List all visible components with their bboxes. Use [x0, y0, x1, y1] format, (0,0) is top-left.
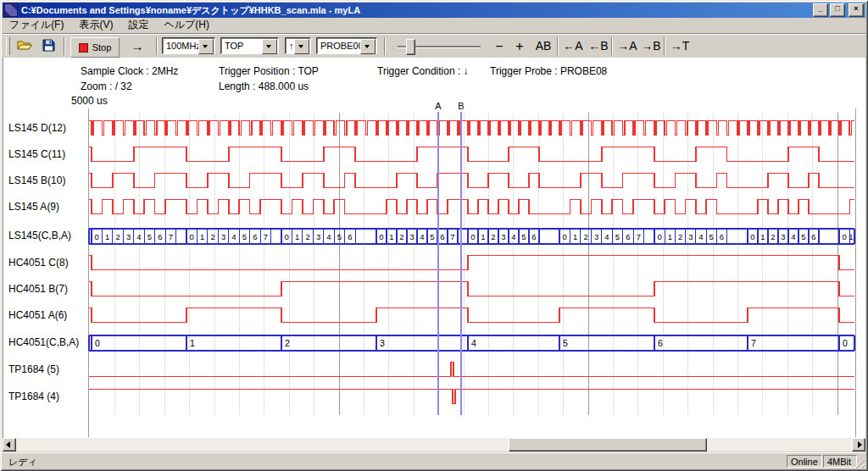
scroll-left-icon	[6, 441, 10, 448]
signal-label: LS145 D(12)	[8, 122, 66, 134]
menu-settings[interactable]: 設定	[121, 17, 157, 34]
toolbar-grip	[6, 37, 10, 55]
close-button[interactable]: ×	[849, 3, 864, 17]
signal-label: HC4051 A(6)	[8, 309, 67, 321]
dropdown-arrow-icon	[364, 45, 370, 51]
trigger-probe-info: Trigger Probe : PROBE08	[490, 65, 607, 77]
signal-label: LS145(C,B,A)	[8, 230, 71, 241]
dropdown-arrow-icon	[298, 45, 303, 51]
combo-dropdown-button[interactable]	[198, 39, 214, 54]
toolbar-separator	[156, 37, 158, 55]
sample-clock-info: Sample Clock : 2MHz	[81, 65, 178, 77]
application-window: C:¥Documents and Settings¥noname¥デスクトップ¥…	[0, 0, 868, 471]
save-file-button[interactable]	[38, 37, 58, 56]
goto-cursor-b-left-button[interactable]: ←B	[587, 39, 609, 53]
status-bar: レディ Online 4MBit	[3, 452, 865, 469]
toolbar-separator	[611, 37, 613, 55]
trigger-position-combo[interactable]: TOP	[220, 37, 279, 54]
zoom-info: Zoom : / 32	[81, 80, 132, 92]
sample-clock-combo[interactable]: 100MHz	[162, 37, 215, 54]
goto-cursor-a-right-button[interactable]: →A	[616, 39, 638, 53]
window-title: C:¥Documents and Settings¥noname¥デスクトップ¥…	[21, 4, 811, 17]
signal-label: LS145 C(11)	[8, 148, 65, 160]
scroll-left-button[interactable]	[3, 438, 16, 452]
minimize-button[interactable]: _	[813, 3, 828, 17]
zoom-ab-button[interactable]: AB	[531, 39, 555, 53]
status-memory-badge: 4MBit	[823, 455, 857, 468]
status-ready-text: レディ	[8, 456, 37, 468]
menu-help[interactable]: ヘルプ(H)	[157, 17, 218, 34]
maximize-button[interactable]: □	[830, 3, 845, 17]
scroll-right-icon	[858, 441, 862, 448]
app-icon	[4, 3, 18, 17]
menu-file[interactable]: ファイル(F)	[3, 17, 72, 34]
run-button[interactable]: →	[123, 37, 152, 56]
signal-label: LS145 B(10)	[8, 175, 65, 186]
toolbar: Stop → 100MHz TOP ↑ PROBE00 − + AB ←	[3, 33, 865, 58]
goto-cursor-b-right-button[interactable]: →B	[640, 39, 662, 53]
zoom-slider[interactable]	[391, 37, 486, 56]
toolbar-separator	[384, 37, 386, 55]
length-info: Length : 488.000 us	[219, 80, 309, 92]
signal-label: LS145 A(9)	[8, 201, 59, 213]
stop-label: Stop	[92, 42, 112, 53]
open-file-button[interactable]	[14, 37, 35, 56]
trigger-probe-combo[interactable]: PROBE00	[316, 37, 377, 54]
stop-icon	[79, 43, 88, 53]
dropdown-arrow-icon	[203, 45, 208, 51]
combo-dropdown-button[interactable]	[360, 39, 376, 54]
signal-label: HC4051 B(7)	[8, 283, 68, 295]
toolbar-separator	[557, 37, 559, 55]
signal-label: HC4051(C,B,A)	[8, 336, 79, 348]
trigger-edge-combo[interactable]: ↑	[285, 37, 311, 54]
signal-label: HC4051 C(8)	[8, 257, 69, 269]
scroll-right-button[interactable]	[852, 438, 865, 452]
menu-view[interactable]: 表示(V)	[72, 17, 121, 34]
zoom-out-button[interactable]: −	[491, 39, 508, 53]
signal-label: TP1684 (4)	[8, 391, 59, 402]
zoom-in-button[interactable]: +	[511, 39, 528, 53]
zoom-slider-thumb[interactable]	[406, 39, 415, 55]
scrollbar-thumb[interactable]	[509, 438, 707, 452]
title-bar[interactable]: C:¥Documents and Settings¥noname¥デスクトップ¥…	[3, 3, 865, 18]
menu-bar: ファイル(F) 表示(V) 設定 ヘルプ(H)	[3, 18, 865, 33]
status-online-badge: Online	[787, 455, 822, 468]
horizontal-scrollbar[interactable]	[3, 438, 865, 452]
trigger-condition-info: Trigger Condition : ↓	[377, 65, 469, 77]
toolbar-separator	[64, 37, 65, 55]
open-folder-icon	[17, 39, 33, 55]
goto-cursor-a-left-button[interactable]: ←A	[562, 39, 584, 53]
dropdown-arrow-icon	[266, 45, 271, 51]
toolbar-separator	[664, 37, 665, 55]
stop-button[interactable]: Stop	[70, 37, 120, 58]
trigger-position-info: Trigger Position : TOP	[219, 65, 319, 77]
waveform-client-area	[3, 58, 865, 438]
save-floppy-icon	[42, 39, 55, 55]
goto-trigger-button[interactable]: →T	[669, 39, 691, 53]
time-scale-label: 5000 us	[71, 95, 108, 107]
combo-dropdown-button[interactable]	[262, 39, 277, 54]
signal-label: TP1684 (5)	[8, 363, 59, 375]
combo-dropdown-button[interactable]	[294, 39, 309, 54]
